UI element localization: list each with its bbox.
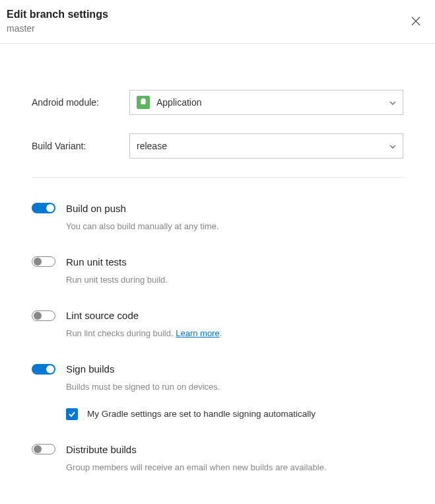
svg-rect-0 [141,101,146,104]
distribute-title: Distribute builds [66,444,137,455]
run-tests-title: Run unit tests [66,256,127,268]
distribute-desc: Group members will receive an email when… [66,462,403,474]
lint-learn-more-link[interactable]: Learn more [176,328,219,338]
run-tests-desc: Run unit tests during build. [66,274,403,286]
lint-title: Lint source code [66,310,139,321]
panel-header: Edit branch settings master [0,0,435,44]
lint-toggle[interactable] [32,310,55,321]
build-variant-label: Build Variant: [32,141,129,151]
distribute-section: Distribute builds Group members will rec… [32,444,403,474]
sign-builds-section: Sign builds Builds must be signed to run… [32,363,403,419]
close-icon[interactable] [409,13,423,30]
android-icon [137,96,150,109]
build-variant-row: Build Variant: release [32,133,403,159]
distribute-toggle[interactable] [32,444,55,454]
android-module-label: Android module: [32,97,129,108]
gradle-signing-label: My Gradle settings are set to handle sig… [87,409,316,419]
chevron-down-icon [389,98,396,107]
build-on-push-toggle[interactable] [32,203,55,213]
branch-name: master [7,23,108,34]
build-on-push-title: Build on push [66,203,126,214]
sign-builds-desc: Builds must be signed to run on devices. [66,381,403,393]
chevron-down-icon [389,141,396,151]
android-module-select[interactable]: Application [129,90,403,115]
android-module-row: Android module: Application [32,90,403,115]
sign-builds-title: Sign builds [66,363,114,375]
section-divider [32,177,403,178]
gradle-signing-checkbox[interactable] [66,408,78,420]
page-title: Edit branch settings [7,8,108,22]
build-variant-value: release [137,141,389,151]
run-tests-section: Run unit tests Run unit tests during bui… [32,256,403,286]
build-variant-select[interactable]: release [129,133,403,159]
build-on-push-section: Build on push You can also build manuall… [32,203,403,233]
build-on-push-desc: You can also build manually at any time. [66,221,403,233]
lint-section: Lint source code Run lint checks during … [32,310,403,340]
sign-builds-toggle[interactable] [32,364,55,375]
lint-desc: Run lint checks during build. Learn more… [66,328,403,340]
android-module-value: Application [156,97,389,108]
run-tests-toggle[interactable] [32,256,55,267]
